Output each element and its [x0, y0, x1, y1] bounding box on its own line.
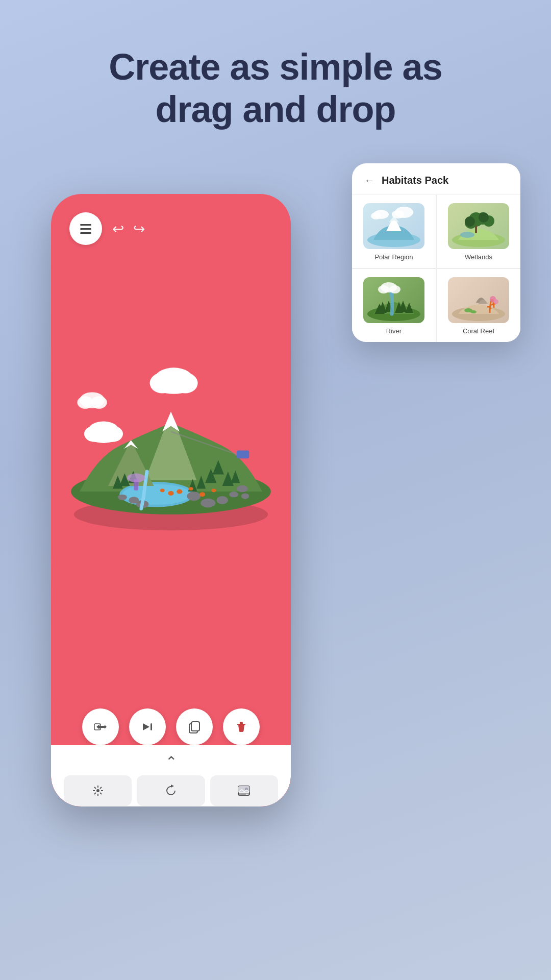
svg-point-41: [77, 396, 93, 409]
svg-point-84: [378, 285, 389, 293]
action-toolbar: [51, 708, 291, 745]
svg-rect-72: [475, 226, 477, 233]
polar-thumbnail: [363, 203, 424, 249]
svg-point-35: [154, 376, 193, 394]
coral-reef-label: Coral Reef: [463, 327, 494, 335]
svg-point-27: [168, 491, 173, 496]
svg-point-13: [187, 492, 201, 501]
svg-line-56: [100, 787, 102, 789]
svg-point-18: [118, 495, 127, 500]
svg-point-64: [371, 212, 381, 219]
svg-point-39: [88, 428, 120, 443]
svg-point-21: [241, 493, 249, 499]
drawer-chevron: ⌃: [165, 753, 177, 770]
svg-point-88: [493, 299, 498, 304]
svg-point-66: [392, 210, 404, 218]
back-button[interactable]: ←: [364, 175, 374, 186]
svg-point-42: [91, 396, 107, 409]
svg-point-90: [470, 310, 477, 313]
svg-point-75: [460, 232, 474, 238]
menu-button[interactable]: [69, 212, 102, 245]
habitat-item-river[interactable]: River: [352, 269, 436, 342]
svg-rect-23: [237, 451, 249, 459]
svg-line-55: [94, 793, 96, 794]
svg-rect-46: [191, 722, 199, 731]
river-label: River: [386, 327, 402, 335]
rotate-button[interactable]: [137, 775, 205, 806]
transform-button[interactable]: [64, 775, 132, 806]
phone-mockup: ↩ ↪: [51, 194, 291, 806]
svg-point-29: [211, 489, 216, 493]
wetlands-label: Wetlands: [465, 253, 492, 261]
scene-area: [51, 255, 291, 602]
habitats-pack-card: ← Habitats Pack Polar Region: [352, 163, 520, 342]
svg-point-26: [160, 489, 165, 493]
wetlands-thumbnail: [448, 203, 509, 249]
card-header: ← Habitats Pack: [352, 163, 520, 195]
polar-label: Polar Region: [374, 253, 413, 261]
svg-point-48: [96, 789, 99, 792]
svg-line-54: [100, 793, 102, 794]
svg-point-74: [479, 212, 489, 223]
svg-point-20: [201, 499, 215, 508]
bottom-drawer[interactable]: ⌃: [51, 745, 291, 806]
svg-point-73: [465, 216, 475, 227]
svg-point-28: [199, 492, 205, 497]
habitat-item-coral-reef[interactable]: Coral Reef: [437, 269, 520, 342]
habitat-grid: Polar Region: [352, 195, 520, 342]
svg-rect-44: [151, 723, 152, 730]
svg-point-19: [237, 485, 248, 492]
svg-point-85: [389, 285, 400, 293]
drawer-buttons: [51, 775, 291, 806]
svg-point-14: [217, 496, 228, 504]
coral-thumbnail: [448, 277, 509, 323]
svg-point-24: [177, 489, 182, 494]
habitat-item-polar[interactable]: Polar Region: [352, 195, 436, 268]
card-title: Habitats Pack: [382, 175, 448, 186]
island-scene-svg: [51, 255, 291, 602]
phone-topbar: ↩ ↪: [51, 194, 291, 255]
undo-redo-controls: ↩ ↪: [112, 220, 145, 237]
svg-point-31: [127, 473, 145, 482]
undo-button[interactable]: ↩: [112, 220, 124, 237]
move-to-button[interactable]: [82, 708, 119, 745]
habitat-item-wetlands[interactable]: Wetlands: [437, 195, 520, 268]
skip-button[interactable]: [129, 708, 166, 745]
river-thumbnail: [363, 277, 424, 323]
svg-point-25: [189, 487, 193, 491]
hero-heading: Create as simple as drag and drop: [0, 0, 551, 161]
svg-point-15: [229, 492, 238, 497]
copy-button[interactable]: [176, 708, 213, 745]
redo-button[interactable]: ↪: [133, 220, 145, 237]
media-button[interactable]: [210, 775, 278, 806]
delete-button[interactable]: [223, 708, 260, 745]
svg-rect-47: [237, 724, 245, 725]
svg-line-53: [94, 787, 96, 789]
hamburger-icon: [80, 224, 91, 234]
